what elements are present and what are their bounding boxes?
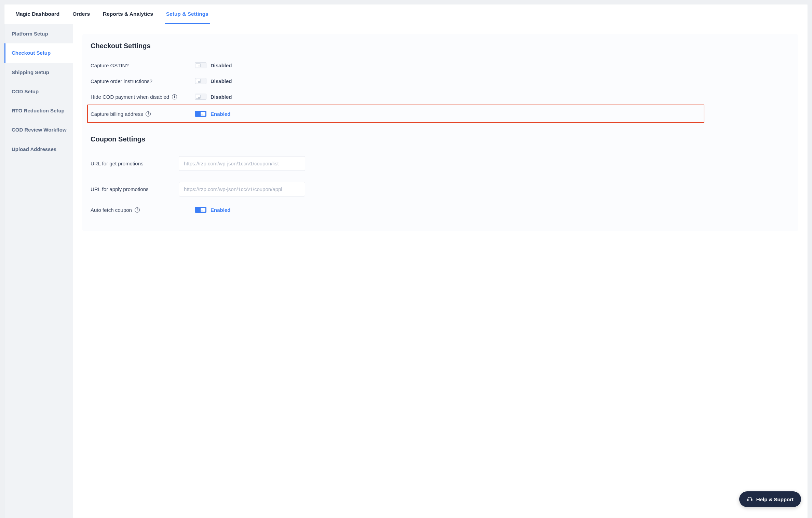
sidebar-item-rto-reduction-setup[interactable]: RTO Reduction Setup xyxy=(4,101,73,120)
toggle-capture-order-instructions[interactable] xyxy=(195,78,206,84)
highlight-capture-billing: Capture billing address i Enabled xyxy=(87,105,704,123)
tab-magic-dashboard[interactable]: Magic Dashboard xyxy=(14,4,61,24)
info-icon[interactable]: i xyxy=(146,111,151,117)
checkout-settings-title: Checkout Settings xyxy=(91,42,790,50)
label-capture-billing: Capture billing address xyxy=(91,111,143,117)
label-url-get-promotions: URL for get promotions xyxy=(91,161,144,166)
label-capture-gstin: Capture GSTIN? xyxy=(91,63,129,68)
tab-reports-analytics[interactable]: Reports & Analytics xyxy=(102,4,154,24)
sidebar-item-cod-review-workflow[interactable]: COD Review Workflow xyxy=(4,120,73,139)
row-hide-cod: Hide COD payment when disabled i Disable… xyxy=(91,89,790,105)
status-capture-gstin: Disabled xyxy=(211,63,232,68)
row-capture-order-instructions: Capture order instructions? Disabled xyxy=(91,73,790,89)
label-url-apply-promotions: URL for apply promotions xyxy=(91,186,149,192)
sidebar-item-checkout-setup[interactable]: Checkout Setup xyxy=(4,43,73,63)
row-url-apply-promotions: URL for apply promotions https://rzp.com… xyxy=(91,176,790,202)
input-url-get-promotions[interactable]: https://rzp.com/wp-json/1cc/v1/coupon/li… xyxy=(179,156,305,171)
status-capture-billing: Enabled xyxy=(211,111,230,117)
info-icon[interactable]: i xyxy=(135,207,140,213)
sidebar-item-shipping-setup[interactable]: Shipping Setup xyxy=(4,63,73,82)
row-capture-gstin: Capture GSTIN? Disabled xyxy=(91,57,790,73)
toggle-hide-cod[interactable] xyxy=(195,94,206,100)
sidebar-item-platform-setup[interactable]: Platform Setup xyxy=(4,24,73,43)
sidebar-item-cod-setup[interactable]: COD Setup xyxy=(4,82,73,101)
toggle-capture-gstin[interactable] xyxy=(195,62,206,68)
status-capture-order-instructions: Disabled xyxy=(211,78,232,84)
row-capture-billing: Capture billing address i Enabled xyxy=(91,108,701,120)
help-support-button[interactable]: Help & Support xyxy=(739,491,801,507)
label-hide-cod: Hide COD payment when disabled xyxy=(91,94,169,100)
headset-icon xyxy=(747,496,753,502)
help-support-label: Help & Support xyxy=(756,496,794,502)
tab-orders[interactable]: Orders xyxy=(71,4,91,24)
status-hide-cod: Disabled xyxy=(211,94,232,100)
coupon-settings-title: Coupon Settings xyxy=(91,135,790,143)
status-auto-fetch-coupon: Enabled xyxy=(211,207,230,213)
label-capture-order-instructions: Capture order instructions? xyxy=(91,78,152,84)
sidebar: Platform Setup Checkout Setup Shipping S… xyxy=(4,24,73,518)
main-content: Checkout Settings Capture GSTIN? Disable… xyxy=(73,24,808,518)
toggle-auto-fetch-coupon[interactable] xyxy=(195,207,206,213)
input-url-apply-promotions[interactable]: https://rzp.com/wp-json/1cc/v1/coupon/ap… xyxy=(179,182,305,196)
toggle-capture-billing[interactable] xyxy=(195,111,206,117)
label-auto-fetch-coupon: Auto fetch coupon xyxy=(91,207,132,213)
top-tabs: Magic Dashboard Orders Reports & Analyti… xyxy=(4,4,808,24)
row-auto-fetch-coupon: Auto fetch coupon i Enabled xyxy=(91,202,790,218)
info-icon[interactable]: i xyxy=(172,94,177,99)
sidebar-item-upload-addresses[interactable]: Upload Addresses xyxy=(4,140,73,159)
row-url-get-promotions: URL for get promotions https://rzp.com/w… xyxy=(91,151,790,176)
tab-setup-settings[interactable]: Setup & Settings xyxy=(165,4,210,24)
